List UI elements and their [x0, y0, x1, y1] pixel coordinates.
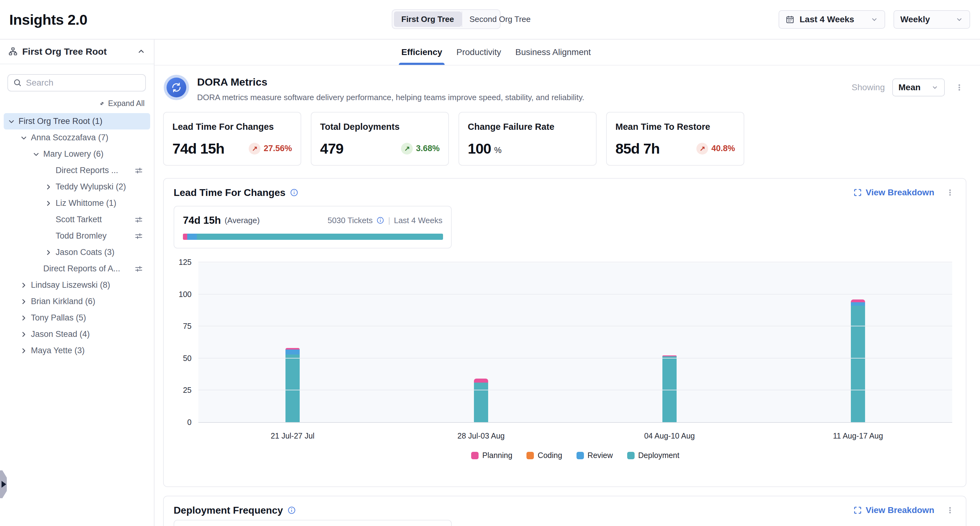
tree-item-direct-reports[interactable]: Direct Reports ... — [4, 162, 150, 179]
tree-item-scott-tarkett[interactable]: Scott Tarkett — [4, 211, 150, 228]
chevron-right-icon[interactable] — [45, 249, 56, 257]
chevron-down-icon — [870, 16, 878, 24]
tree-item-label: Maya Yette (3) — [31, 346, 85, 355]
lead-time-kebab-menu-icon[interactable] — [943, 186, 957, 198]
chevron-right-icon[interactable] — [45, 199, 56, 207]
lead-time-view-breakdown-button[interactable]: View Breakdown — [853, 188, 934, 198]
y-tick-label: 100 — [178, 290, 192, 299]
search-input[interactable] — [26, 78, 140, 88]
chart-y-axis: 0255075100125 — [173, 263, 198, 423]
chart-bar-slot-21-jul-27-jul — [198, 263, 387, 422]
y-tick-label: 0 — [187, 418, 192, 427]
chart-x-axis: 21 Jul-27 Jul28 Jul-03 Aug04 Aug-10 Aug1… — [198, 432, 952, 440]
gridline — [198, 262, 952, 262]
tree-item-label: Todd Bromley — [56, 231, 107, 241]
y-tick-label: 50 — [183, 354, 192, 363]
bar-segment-deployment — [474, 383, 488, 422]
stacked-bar-11-aug-17-aug[interactable] — [851, 300, 865, 422]
chevron-right-icon[interactable] — [20, 298, 31, 306]
chevron-down-icon[interactable] — [32, 150, 43, 158]
dora-metrics-header: DORA Metrics DORA metrics measure softwa… — [163, 74, 966, 108]
tree-item-mary-lowery-6[interactable]: Mary Lowery (6) — [4, 146, 150, 162]
metric-delta-badge: ↗40.8% — [696, 143, 735, 155]
aggregation-select[interactable]: Mean — [892, 78, 945, 96]
tree-item-teddy-wylupski-2[interactable]: Teddy Wylupski (2) — [4, 179, 150, 195]
granularity-value: Weekly — [900, 14, 930, 24]
filters-icon[interactable] — [134, 166, 143, 175]
stacked-bar-28-jul-03-aug[interactable] — [474, 379, 488, 422]
legend-swatch-coding — [527, 452, 534, 459]
deployment-frequency-kebab-menu-icon[interactable] — [943, 504, 957, 516]
filters-icon[interactable] — [134, 264, 143, 274]
tree-item-tony-pallas-5[interactable]: Tony Pallas (5) — [4, 310, 150, 326]
bar-segment-deployment — [662, 356, 677, 422]
tree-item-label: First Org Tree Root (1) — [19, 116, 103, 126]
stacked-bar-21-jul-27-jul[interactable] — [285, 348, 300, 422]
tree-item-todd-bromley[interactable]: Todd Bromley — [4, 228, 150, 244]
tab-productivity[interactable]: Productivity — [456, 40, 501, 65]
tab-business-alignment[interactable]: Business Alignment — [515, 40, 591, 65]
x-tick-label: 21 Jul-27 Jul — [198, 432, 387, 440]
chevron-down-icon — [955, 16, 963, 24]
metric-value: 74d 15h — [172, 140, 224, 157]
tree-item-maya-yette-3[interactable]: Maya Yette (3) — [4, 343, 150, 359]
metric-title: Total Deployments — [320, 122, 440, 132]
chevron-right-icon[interactable] — [20, 330, 31, 338]
x-tick-label: 28 Jul-03 Aug — [387, 432, 575, 440]
expand-all-button[interactable]: Expand All — [98, 99, 145, 108]
sidebar-root-title: First Org Tree Root — [22, 46, 107, 57]
breakdown-expand-icon — [853, 188, 862, 197]
toggle-first-org-tree[interactable]: First Org Tree — [394, 11, 461, 27]
tree-item-label: Direct Reports ... — [56, 166, 118, 175]
legend-item-coding: Coding — [527, 451, 562, 460]
info-icon[interactable] — [287, 506, 296, 515]
summary-range: Last 4 Weeks — [394, 216, 442, 225]
aggregation-value: Mean — [899, 83, 921, 92]
expand-arrows-icon — [98, 100, 106, 107]
tree-item-brian-kirkland-6[interactable]: Brian Kirkland (6) — [4, 293, 150, 310]
phase-segment-deployment — [197, 234, 443, 240]
bar-segment-deployment — [851, 306, 865, 422]
tree-item-label: Scott Tarkett — [56, 215, 102, 225]
filters-icon[interactable] — [134, 231, 143, 241]
metric-title: Lead Time For Changes — [172, 122, 292, 132]
chevron-down-icon[interactable] — [7, 118, 19, 126]
phase-segment-review — [187, 234, 196, 240]
tree-item-label: Jason Stead (4) — [31, 330, 90, 339]
legend-label: Review — [588, 451, 613, 460]
info-icon[interactable] — [376, 216, 384, 225]
deployment-frequency-view-breakdown-button[interactable]: View Breakdown — [853, 505, 934, 515]
tree-item-liz-whittome-1[interactable]: Liz Whittome (1) — [4, 195, 150, 211]
metric-card-change-failure-rate: Change Failure Rate100% — [458, 112, 597, 166]
legend-label: Coding — [538, 451, 562, 460]
chevron-right-icon[interactable] — [45, 183, 56, 191]
tree-item-jason-stead-4[interactable]: Jason Stead (4) — [4, 326, 150, 343]
tab-efficiency[interactable]: Efficiency — [401, 40, 442, 65]
tickets-count: 5030 Tickets — [328, 216, 372, 225]
tree-item-jason-coats-3[interactable]: Jason Coats (3) — [4, 244, 150, 261]
dora-kebab-menu-icon[interactable] — [952, 81, 966, 93]
legend-label: Deployment — [638, 451, 679, 460]
tree-item-lindsay-liszewski-8[interactable]: Lindsay Liszewski (8) — [4, 277, 150, 293]
lead-time-average-value: 74d 15h — [183, 215, 221, 226]
deployment-frequency-title: Deployment Frequency — [173, 505, 283, 516]
chevron-down-icon[interactable] — [20, 134, 31, 142]
tree-item-anna-scozzafava-7[interactable]: Anna Scozzafava (7) — [4, 129, 150, 146]
chevron-right-icon[interactable] — [20, 281, 31, 289]
tree-item-first-org-tree-root-1[interactable]: First Org Tree Root (1) — [4, 113, 150, 129]
tree-item-direct-reports-of-a[interactable]: Direct Reports of A... — [4, 261, 150, 277]
chevron-right-icon[interactable] — [20, 314, 31, 322]
filters-icon[interactable] — [134, 215, 143, 225]
lead-time-summary-card: 74d 15h (Average) 5030 Tickets | Last 4 … — [173, 206, 452, 249]
date-range-select[interactable]: Last 4 Weeks — [779, 10, 885, 29]
x-tick-label: 11 Aug-17 Aug — [764, 432, 952, 440]
legend-item-deployment: Deployment — [627, 451, 679, 460]
toggle-second-org-tree[interactable]: Second Org Tree — [461, 11, 538, 27]
info-icon[interactable] — [290, 188, 298, 197]
stacked-bar-04-aug-10-aug[interactable] — [662, 355, 677, 422]
chevron-right-icon[interactable] — [20, 347, 31, 355]
gridline — [198, 390, 952, 391]
chevron-up-icon[interactable] — [137, 47, 146, 56]
granularity-select[interactable]: Weekly — [894, 10, 970, 29]
main-tabbar: Efficiency Productivity Business Alignme… — [154, 40, 980, 65]
